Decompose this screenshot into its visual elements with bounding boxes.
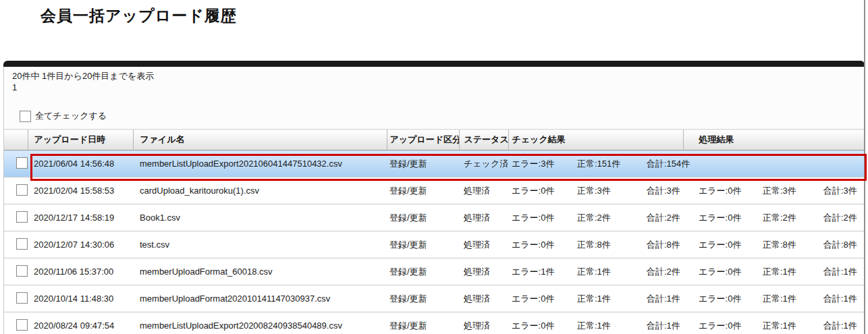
process-error-count: エラー:0件 bbox=[699, 266, 763, 278]
check-error-count: エラー:1件 bbox=[512, 266, 577, 278]
process-error-count: エラー:0件 bbox=[699, 293, 763, 305]
cell-upload-kubun: 登録/更新 bbox=[387, 177, 459, 204]
cell-check-result: エラー:0件正常:1件合計:1件 bbox=[508, 312, 683, 334]
cell-status: 処理済 bbox=[459, 312, 508, 334]
cell-file-name: memberUploadFormat_60018.csv bbox=[133, 258, 387, 285]
process-ok-count: 正常:1件 bbox=[763, 320, 823, 332]
process-error-count: エラー:0件 bbox=[699, 320, 763, 332]
process-error-count: エラー:0件 bbox=[699, 185, 763, 197]
check-error-count: エラー:0件 bbox=[512, 212, 577, 224]
panel-body: 20件中 1件目から20件目までを表示 1 全てチェックする アップロード日時 … bbox=[3, 67, 865, 334]
cell-file-name: test.csv bbox=[133, 231, 387, 258]
check-error-count: エラー:0件 bbox=[512, 293, 577, 305]
row-checkbox[interactable] bbox=[16, 238, 28, 250]
table-row[interactable]: 2020/11/06 15:37:00 memberUploadFormat_6… bbox=[4, 258, 864, 285]
check-ok-count: 正常:1件 bbox=[577, 293, 647, 305]
cell-process-result: エラー:0件正常:1件合計:1件 bbox=[683, 312, 864, 334]
cell-upload-datetime: 2020/12/07 14:30:06 bbox=[28, 231, 133, 258]
cell-upload-kubun: 登録/更新 bbox=[387, 258, 459, 285]
cell-upload-datetime: 2020/08/24 09:47:54 bbox=[28, 312, 133, 334]
page-title: 会員一括アップロード履歴 bbox=[40, 5, 237, 26]
check-total-count: 合計:154件 bbox=[647, 158, 690, 170]
table-row[interactable]: 2020/12/07 14:30:06 test.csv 登録/更新 処理済 エ… bbox=[4, 231, 864, 258]
process-total-count: 合計:3件 bbox=[823, 185, 857, 197]
check-total-count: 合計:1件 bbox=[647, 293, 680, 305]
cell-upload-kubun: 登録/更新 bbox=[387, 285, 459, 312]
check-error-count: エラー:0件 bbox=[512, 320, 577, 332]
row-checkbox[interactable] bbox=[16, 319, 28, 331]
cell-check-result: エラー:0件正常:8件合計:8件 bbox=[508, 231, 683, 258]
header-checkbox-column bbox=[4, 130, 28, 150]
cell-process-result: エラー:0件正常:1件合計:1件 bbox=[683, 258, 864, 285]
check-ok-count: 正常:3件 bbox=[577, 185, 647, 197]
row-checkbox[interactable] bbox=[16, 265, 28, 277]
check-ok-count: 正常:1件 bbox=[577, 266, 647, 278]
header-upload-datetime: アップロード日時 bbox=[28, 130, 133, 150]
process-ok-count: 正常:2件 bbox=[763, 212, 823, 224]
process-error-count: エラー:0件 bbox=[699, 212, 763, 224]
cell-upload-datetime: 2020/10/14 11:48:30 bbox=[28, 285, 133, 312]
panel-top-bar bbox=[3, 61, 865, 67]
cell-check-result: エラー:1件正常:1件合計:2件 bbox=[508, 258, 683, 285]
check-ok-count: 正常:8件 bbox=[577, 239, 647, 251]
process-total-count: 合計:8件 bbox=[823, 239, 857, 251]
cell-check-result: エラー:0件正常:1件合計:1件 bbox=[508, 285, 683, 312]
header-status: ステータス bbox=[459, 130, 508, 150]
cell-file-name: memberListUploadExport202106041447510432… bbox=[133, 150, 387, 177]
check-total-count: 合計:2件 bbox=[647, 212, 680, 224]
header-upload-kubun: アップロード区分 bbox=[387, 130, 459, 150]
cell-status: 処理済 bbox=[459, 285, 508, 312]
process-ok-count: 正常:1件 bbox=[763, 266, 823, 278]
table-row[interactable]: 2021/06/04 14:56:48 memberListUploadExpo… bbox=[4, 150, 864, 177]
table-row[interactable]: 2020/10/14 11:48:30 memberUploadFormat20… bbox=[4, 285, 864, 312]
row-checkbox[interactable] bbox=[16, 157, 28, 169]
process-total-count: 合計:1件 bbox=[823, 293, 857, 305]
check-all-checkbox[interactable] bbox=[20, 111, 31, 122]
process-ok-count: 正常:8件 bbox=[763, 239, 823, 251]
check-all-row: 全てチェックする bbox=[20, 110, 864, 122]
process-total-count: 合計:2件 bbox=[823, 212, 857, 224]
check-error-count: エラー:0件 bbox=[512, 185, 577, 197]
check-ok-count: 正常:2件 bbox=[577, 212, 647, 224]
cell-process-result: エラー:0件正常:3件合計:3件 bbox=[683, 177, 864, 204]
check-total-count: 合計:1件 bbox=[647, 320, 680, 332]
row-checkbox[interactable] bbox=[16, 292, 28, 304]
table-header-row: アップロード日時 ファイル名 アップロード区分 ステータス チェック結果 処理結… bbox=[4, 130, 864, 150]
pagination-current-page: 1 bbox=[12, 82, 864, 93]
cell-upload-datetime: 2020/11/06 15:37:00 bbox=[28, 258, 133, 285]
cell-process-result bbox=[683, 150, 864, 177]
check-total-count: 合計:3件 bbox=[647, 185, 680, 197]
cell-file-name: memberListUploadExport202008240938540489… bbox=[133, 312, 387, 334]
check-total-count: 合計:2件 bbox=[647, 266, 680, 278]
header-file-name: ファイル名 bbox=[133, 130, 387, 150]
header-check-result: チェック結果 bbox=[508, 130, 683, 150]
table-row[interactable]: 2020/12/17 14:58:19 Book1.csv 登録/更新 処理済 … bbox=[4, 204, 864, 231]
process-ok-count: 正常:1件 bbox=[763, 293, 823, 305]
check-total-count: 合計:8件 bbox=[647, 239, 680, 251]
cell-status: チェック済 bbox=[459, 150, 508, 177]
header-process-result: 処理結果 bbox=[683, 130, 864, 150]
result-count-text: 20件中 1件目から20件目までを表示 bbox=[12, 70, 864, 82]
upload-history-panel: 20件中 1件目から20件目までを表示 1 全てチェックする アップロード日時 … bbox=[3, 61, 865, 334]
check-all-label: 全てチェックする bbox=[35, 110, 107, 122]
table-row[interactable]: 2020/08/24 09:47:54 memberListUploadExpo… bbox=[4, 312, 864, 334]
cell-upload-kubun: 登録/更新 bbox=[387, 204, 459, 231]
check-ok-count: 正常:1件 bbox=[577, 320, 647, 332]
cell-check-result: エラー:0件正常:2件合計:2件 bbox=[508, 204, 683, 231]
cell-upload-kubun: 登録/更新 bbox=[387, 150, 459, 177]
cell-status: 処理済 bbox=[459, 258, 508, 285]
row-checkbox[interactable] bbox=[16, 211, 28, 223]
cell-upload-datetime: 2021/02/04 15:58:53 bbox=[28, 177, 133, 204]
row-checkbox[interactable] bbox=[16, 184, 28, 196]
cell-status: 処理済 bbox=[459, 177, 508, 204]
check-error-count: エラー:0件 bbox=[512, 239, 577, 251]
process-total-count: 合計:1件 bbox=[823, 320, 857, 332]
table-row[interactable]: 2021/02/04 15:58:53 cardUpload_karitouro… bbox=[4, 177, 864, 204]
cell-process-result: エラー:0件正常:8件合計:8件 bbox=[683, 231, 864, 258]
cell-check-result: エラー:0件正常:3件合計:3件 bbox=[508, 177, 683, 204]
cell-file-name: memberUploadFormat202010141147030937.csv bbox=[133, 285, 387, 312]
cell-upload-datetime: 2020/12/17 14:58:19 bbox=[28, 204, 133, 231]
cell-file-name: Book1.csv bbox=[133, 204, 387, 231]
cell-upload-kubun: 登録/更新 bbox=[387, 312, 459, 334]
cell-file-name: cardUpload_karitouroku(1).csv bbox=[133, 177, 387, 204]
